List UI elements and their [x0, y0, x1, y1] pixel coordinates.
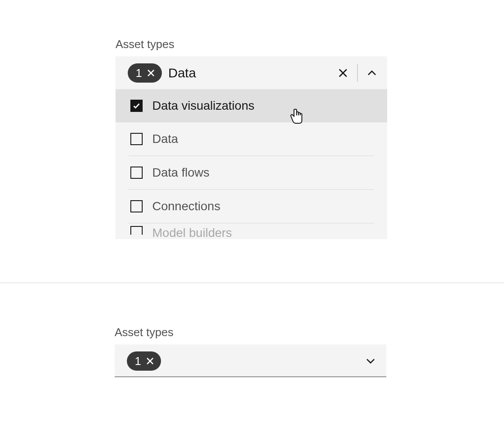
option-label: Data [152, 132, 178, 146]
option-model-builders[interactable]: Model builders [116, 223, 387, 239]
divider [357, 64, 358, 82]
option-data-visualizations[interactable]: Data visualizations [116, 89, 387, 122]
checkbox-unchecked[interactable] [130, 200, 143, 212]
option-data-flows[interactable]: Data flows [116, 156, 387, 189]
option-data[interactable]: Data [116, 122, 387, 156]
selected-count: 1 [136, 67, 142, 79]
selected-count-tag[interactable]: 1 [128, 63, 162, 83]
chevron-down-icon[interactable] [362, 352, 379, 370]
selected-count: 1 [135, 355, 141, 367]
option-label: Data visualizations [152, 99, 254, 113]
close-icon[interactable] [145, 356, 155, 366]
horizontal-rule [0, 282, 504, 283]
clear-input-button[interactable] [334, 64, 352, 82]
close-icon[interactable] [146, 68, 156, 78]
checkbox-checked[interactable] [130, 100, 143, 112]
option-label: Model builders [152, 226, 232, 239]
checkbox-unchecked[interactable] [130, 167, 143, 179]
option-connections[interactable]: Connections [116, 190, 387, 223]
checkbox-unchecked[interactable] [130, 226, 143, 235]
option-label: Data flows [152, 166, 210, 180]
field-label: Asset types [116, 38, 387, 51]
options-list: Data visualizations Data Data flows Conn… [116, 89, 387, 239]
option-label: Connections [152, 199, 220, 213]
checkbox-unchecked[interactable] [130, 133, 143, 145]
selected-count-tag[interactable]: 1 [127, 351, 161, 371]
chevron-up-icon[interactable] [363, 64, 381, 82]
multiselect-combobox-closed[interactable]: 1 [115, 344, 386, 377]
filter-input[interactable] [168, 62, 334, 84]
field-label: Asset types [115, 326, 386, 339]
multiselect-combobox-open[interactable]: 1 [116, 56, 387, 89]
